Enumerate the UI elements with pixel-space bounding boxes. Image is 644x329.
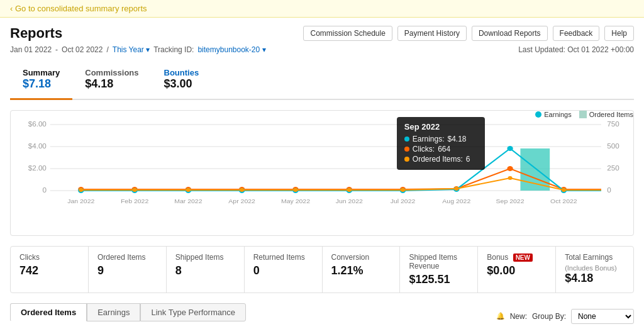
tab-summary[interactable]: Summary $7.18 xyxy=(10,62,72,100)
svg-rect-12 xyxy=(520,148,550,191)
help-button[interactable]: Help xyxy=(604,26,634,41)
stat-bonus-value: $0.00 xyxy=(487,264,547,277)
date-left: Jan 01 2022 - Oct 02 2022 / This Year ▾ … xyxy=(10,45,266,54)
svg-text:Aug 2022: Aug 2022 xyxy=(442,198,470,204)
feedback-button[interactable]: Feedback xyxy=(553,26,600,41)
svg-text:750: 750 xyxy=(607,121,619,128)
stat-clicks-label: Clicks xyxy=(19,253,79,262)
chart-area: Earnings Ordered Items Sep 2022 Earnings… xyxy=(10,110,634,236)
tooltip-earnings-label: Earnings: xyxy=(413,135,445,143)
tooltip-clicks-dot xyxy=(404,147,409,152)
svg-text:500: 500 xyxy=(607,143,619,150)
summary-tabs: Summary $7.18 Commissions $4.18 Bounties… xyxy=(10,62,634,100)
tooltip-clicks-value: 664 xyxy=(438,145,450,153)
svg-text:Jan 2022: Jan 2022 xyxy=(67,198,94,204)
stat-ordered-items: Ordered Items 9 xyxy=(89,247,167,293)
tooltip-ordered-label: Ordered Items: xyxy=(413,155,463,164)
tracking-id-dropdown[interactable]: bitemybunbook-20 ▾ xyxy=(197,45,265,54)
svg-point-34 xyxy=(133,188,137,192)
svg-text:Mar 2022: Mar 2022 xyxy=(174,198,202,204)
group-by-label: Group By: xyxy=(532,312,566,321)
date-end: Oct 02 2022 xyxy=(62,45,103,54)
tooltip-clicks-label: Clicks: xyxy=(413,145,435,153)
this-year-dropdown[interactable]: This Year ▾ xyxy=(113,45,150,54)
tooltip-title: Sep 2022 xyxy=(404,122,477,131)
chart-svg: $6.00 $4.00 $2.00 0 750 500 250 0 xyxy=(21,118,623,216)
tab-summary-value: $7.18 xyxy=(23,77,60,91)
date-slash: / xyxy=(106,45,108,54)
commission-schedule-button[interactable]: Commission Schedule xyxy=(303,26,392,41)
tab-ordered-items[interactable]: Ordered Items xyxy=(10,303,87,321)
ordered-items-legend-label: Ordered Items xyxy=(589,111,633,118)
date-separator: - xyxy=(55,45,58,54)
tooltip-earnings-value: $4.18 xyxy=(448,135,467,143)
stat-clicks-value: 742 xyxy=(19,264,79,277)
legend-ordered-items: Ordered Items xyxy=(579,111,633,118)
section-tabs: Ordered Items Earnings Link Type Perform… xyxy=(10,303,246,321)
svg-point-39 xyxy=(401,188,405,192)
stat-returned-items: Returned Items 0 xyxy=(245,247,323,293)
svg-point-31 xyxy=(507,146,513,151)
svg-point-36 xyxy=(240,188,244,192)
tooltip-earnings-dot xyxy=(404,137,409,142)
top-banner: Go to consolidated summary reports xyxy=(0,0,644,18)
stat-shipped-value: 8 xyxy=(175,264,235,277)
tooltip-ordered-items: Ordered Items: 6 xyxy=(404,155,477,164)
stat-conversion-value: 1.21% xyxy=(331,264,391,277)
stat-ordered-value: 9 xyxy=(97,264,157,277)
svg-text:Jun 2022: Jun 2022 xyxy=(336,198,363,204)
svg-text:$6.00: $6.00 xyxy=(28,121,47,128)
tab-link-type[interactable]: Link Type Performance xyxy=(140,303,245,321)
tab-earnings[interactable]: Earnings xyxy=(87,303,140,321)
svg-point-33 xyxy=(79,188,83,192)
tooltip-ordered-dot xyxy=(404,157,409,162)
tab-summary-title: Summary xyxy=(23,68,60,77)
svg-text:Sep 2022: Sep 2022 xyxy=(496,198,525,204)
svg-text:0: 0 xyxy=(42,187,46,194)
stat-shipped-label: Shipped Items xyxy=(175,253,235,262)
stat-total-value: $4.18 xyxy=(565,272,625,285)
tab-bounties-title: Bounties xyxy=(164,68,199,77)
svg-text:$4.00: $4.00 xyxy=(28,143,47,150)
group-by-new-label: New: xyxy=(510,312,527,321)
stat-shipped-revenue-value: $125.51 xyxy=(409,273,469,286)
legend-earnings: Earnings xyxy=(535,111,571,118)
stat-total-sublabel: (Includes Bonus) xyxy=(565,264,625,272)
tooltip-earnings: Earnings: $4.18 xyxy=(404,135,477,143)
svg-point-35 xyxy=(186,188,191,192)
consolidated-reports-link[interactable]: Go to consolidated summary reports xyxy=(10,4,147,13)
svg-point-37 xyxy=(293,188,297,192)
chart-legend: Earnings Ordered Items xyxy=(535,111,633,118)
tab-bounties[interactable]: Bounties $3.00 xyxy=(152,62,212,100)
tooltip-clicks: Clicks: 664 xyxy=(404,145,477,153)
tab-commissions[interactable]: Commissions $4.18 xyxy=(72,62,151,100)
svg-point-21 xyxy=(507,166,513,171)
stat-shipped-revenue-label: Shipped Items Revenue xyxy=(409,253,469,270)
tracking-label: Tracking ID: xyxy=(153,45,194,54)
section-header: Ordered Items Earnings Link Type Perform… xyxy=(10,303,634,329)
chart-tooltip: Sep 2022 Earnings: $4.18 Clicks: 664 Ord… xyxy=(397,117,485,170)
svg-text:Apr 2022: Apr 2022 xyxy=(228,198,255,204)
svg-text:$2.00: $2.00 xyxy=(28,165,47,172)
payment-history-button[interactable]: Payment History xyxy=(397,26,467,41)
tab-commissions-value: $4.18 xyxy=(85,77,138,91)
new-badge: NEW xyxy=(513,254,533,262)
download-reports-button[interactable]: Download Reports xyxy=(472,26,548,41)
svg-text:250: 250 xyxy=(607,165,619,172)
group-by-select[interactable]: None Product Link Type xyxy=(571,309,634,324)
stat-conversion-label: Conversion xyxy=(331,253,391,262)
stat-clicks: Clicks 742 xyxy=(11,247,89,293)
svg-text:Feb 2022: Feb 2022 xyxy=(121,198,148,204)
stat-shipped-items: Shipped Items 8 xyxy=(167,247,245,293)
svg-point-40 xyxy=(454,187,458,191)
stat-ordered-label: Ordered Items xyxy=(97,253,157,262)
svg-point-42 xyxy=(562,188,566,192)
svg-text:May 2022: May 2022 xyxy=(281,198,310,204)
stat-total-label: Total Earnings xyxy=(565,253,625,262)
stat-total-earnings: Total Earnings (Includes Bonus) $4.18 xyxy=(556,247,633,293)
stat-shipped-revenue: Shipped Items Revenue $125.51 xyxy=(400,247,478,293)
stats-row: Clicks 742 Ordered Items 9 Shipped Items… xyxy=(10,246,634,293)
ordered-items-legend-swatch xyxy=(579,111,587,118)
tooltip-ordered-value: 6 xyxy=(466,155,470,164)
date-row: Jan 01 2022 - Oct 02 2022 / This Year ▾ … xyxy=(10,45,634,54)
